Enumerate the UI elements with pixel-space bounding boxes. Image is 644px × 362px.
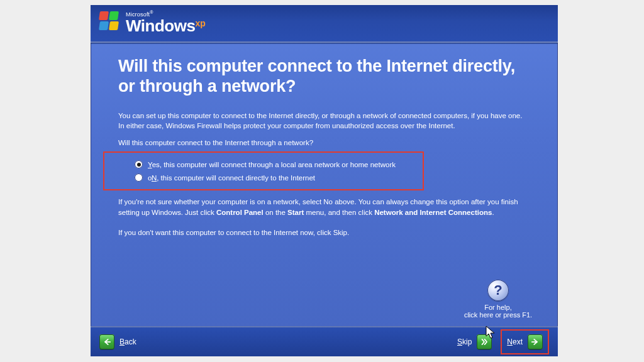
radio-button-no[interactable]	[135, 173, 143, 182]
radio-option-no[interactable]: oN, this computer will connect directly …	[135, 171, 418, 184]
help-text-1: For help,	[451, 304, 545, 311]
footer-nav: Back Skip Next	[91, 326, 558, 356]
back-label[interactable]: Back	[119, 337, 136, 346]
back-button-group[interactable]: Back	[99, 334, 136, 349]
radio-button-yes[interactable]	[135, 160, 143, 168]
network-question: Will this computer connect to the Intern…	[118, 139, 530, 146]
skip-arrow-icon[interactable]	[477, 334, 492, 349]
windows-flag-icon	[99, 11, 121, 33]
skip-paragraph: If you don't want this computer to conne…	[118, 228, 530, 238]
windows-logo-text: Microsoft® Windowsxp	[126, 10, 206, 34]
back-arrow-icon[interactable]	[99, 334, 114, 349]
next-highlight: Next	[501, 329, 549, 354]
oobe-window: Microsoft® Windowsxp Will this computer …	[91, 5, 558, 356]
help-icon[interactable]: ?	[487, 280, 509, 301]
skip-button-group[interactable]: Skip	[457, 334, 492, 349]
registered-mark: ®	[150, 10, 153, 14]
windows-word: Windows	[126, 16, 195, 35]
right-nav: Skip Next	[457, 329, 549, 354]
options-highlight: Yes, this computer will connect through …	[103, 151, 424, 190]
page-content: Will this computer connect to the Intern…	[91, 43, 558, 238]
page-title: Will this computer connect to the Intern…	[118, 57, 530, 97]
next-arrow-icon[interactable]	[528, 334, 543, 349]
next-label[interactable]: Next	[507, 337, 523, 346]
xp-word: xp	[195, 18, 205, 28]
skip-label[interactable]: Skip	[457, 337, 472, 346]
radio-label-no: oN, this computer will connect directly …	[148, 174, 315, 182]
header-bar: Microsoft® Windowsxp	[91, 5, 558, 43]
radio-option-yes[interactable]: Yes, this computer will connect through …	[135, 158, 418, 171]
help-area[interactable]: ? For help, click here or press F1.	[451, 280, 545, 319]
help-text-2: click here or press F1.	[451, 311, 545, 319]
intro-paragraph: You can set up this computer to connect …	[118, 111, 530, 131]
hint-paragraph: If you're not sure whether your computer…	[118, 197, 530, 217]
radio-label-yes: Yes, this computer will connect through …	[148, 161, 396, 168]
